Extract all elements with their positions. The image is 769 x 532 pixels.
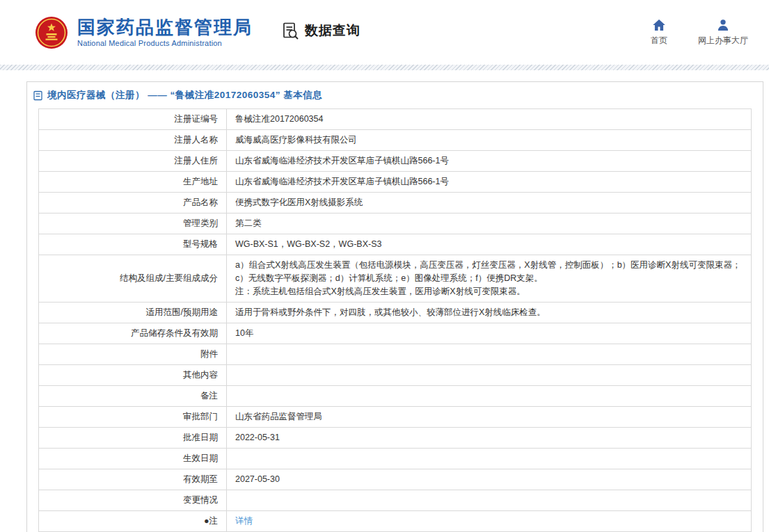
nav-service-hall-label: 网上办事大厅 — [698, 35, 748, 47]
nav-service-hall[interactable]: 网上办事大厅 — [698, 18, 748, 47]
row-label: 其他内容 — [39, 365, 227, 386]
row-label: 适用范围/预期用途 — [39, 303, 227, 323]
table-row: 有效期至2027-05-30 — [39, 469, 752, 490]
table-row: 生效日期 — [39, 449, 752, 469]
row-value: 2022-05-31 — [227, 428, 752, 449]
table-row: 结构及组成/主要组成成分a）组合式X射线高压发生装置（包括电源模块，高压变压器，… — [39, 255, 752, 303]
row-label: 管理类别 — [39, 213, 227, 234]
row-value: 详情 — [227, 511, 752, 532]
data-query-section: 数据查询 — [282, 22, 360, 40]
row-label: ●注 — [39, 511, 227, 532]
table-row: 注册人住所山东省威海临港经济技术开发区草庙子镇棋山路566-1号 — [39, 151, 752, 172]
row-value — [227, 365, 752, 386]
row-label: 结构及组成/主要组成成分 — [39, 255, 227, 303]
row-value: 第二类 — [227, 213, 752, 234]
table-row: 备注 — [39, 386, 752, 407]
row-label: 有效期至 — [39, 469, 227, 490]
row-label: 生效日期 — [39, 449, 227, 469]
site-header: 国家药品监督管理局 National Medical Products Admi… — [0, 0, 769, 65]
row-label: 附件 — [39, 344, 227, 365]
content-panel: 境内医疗器械（注册） —— “鲁械注准20172060354” 基本信息 注册证… — [26, 81, 763, 532]
row-value — [227, 490, 752, 511]
row-value — [227, 344, 752, 365]
table-row: 生产地址山东省威海临港经济技术开发区草庙子镇棋山路566-1号 — [39, 172, 752, 193]
row-label: 注册证编号 — [39, 109, 227, 130]
table-row: 审批部门山东省药品监督管理局 — [39, 407, 752, 428]
person-icon — [716, 18, 730, 32]
nav-home-label: 首页 — [651, 35, 667, 47]
row-value: 山东省威海临港经济技术开发区草庙子镇棋山路566-1号 — [227, 151, 752, 172]
org-name-en: National Medical Products Administration — [77, 39, 253, 47]
row-value: 山东省药品监督管理局 — [227, 407, 752, 428]
row-value: 山东省威海临港经济技术开发区草庙子镇棋山路566-1号 — [227, 172, 752, 193]
row-value: 便携式数字化医用X射线摄影系统 — [227, 193, 752, 213]
table-row: 产品名称便携式数字化医用X射线摄影系统 — [39, 193, 752, 213]
org-name-zh: 国家药品监督管理局 — [77, 17, 253, 37]
document-search-icon — [282, 22, 300, 40]
org-names: 国家药品监督管理局 National Medical Products Admi… — [77, 17, 253, 47]
page-title: 境内医疗器械（注册） —— “鲁械注准20172060354” 基本信息 — [47, 89, 322, 102]
row-label: 产品名称 — [39, 193, 227, 213]
row-value — [227, 386, 752, 407]
table-row: 产品储存条件及有效期10年 — [39, 323, 752, 344]
table-row: 注册人名称威海威高医疗影像科技有限公司 — [39, 130, 752, 151]
table-row: 注册证编号鲁械注准20172060354 — [39, 109, 752, 130]
registration-info-table: 注册证编号鲁械注准20172060354注册人名称威海威高医疗影像科技有限公司注… — [38, 108, 752, 532]
row-label: 注册人名称 — [39, 130, 227, 151]
row-label: 审批部门 — [39, 407, 227, 428]
table-row: 其他内容 — [39, 365, 752, 386]
row-value: 2027-05-30 — [227, 469, 752, 490]
page-title-row: 境内医疗器械（注册） —— “鲁械注准20172060354” 基本信息 — [27, 82, 763, 108]
row-value: 10年 — [227, 323, 752, 344]
national-emblem-logo — [35, 16, 68, 49]
row-label: 变更情况 — [39, 490, 227, 511]
row-value: 鲁械注准20172060354 — [227, 109, 752, 130]
home-icon — [652, 18, 666, 32]
document-icon — [33, 90, 43, 101]
row-label: 批准日期 — [39, 428, 227, 449]
row-label: 生产地址 — [39, 172, 227, 193]
table-row: 批准日期2022-05-31 — [39, 428, 752, 449]
row-label: 注册人住所 — [39, 151, 227, 172]
table-row: 变更情况 — [39, 490, 752, 511]
header-divider-hatch — [0, 65, 769, 70]
table-row: ●注详情 — [39, 511, 752, 532]
row-label: 型号规格 — [39, 234, 227, 255]
table-row: 型号规格WG-BX-S1，WG-BX-S2，WG-BX-S3 — [39, 234, 752, 255]
detail-link[interactable]: 详情 — [235, 516, 253, 526]
row-value: 威海威高医疗影像科技有限公司 — [227, 130, 752, 151]
table-row: 管理类别第二类 — [39, 213, 752, 234]
data-query-title: 数据查询 — [305, 22, 360, 40]
nav-home[interactable]: 首页 — [651, 18, 667, 47]
info-table-body: 注册证编号鲁械注准20172060354注册人名称威海威高医疗影像科技有限公司注… — [39, 109, 752, 532]
row-value: 适用于骨科或野外条件下，对四肢，或其他较小、较薄部位进行X射线临床检查。 — [227, 303, 752, 323]
row-value — [227, 449, 752, 469]
row-value: WG-BX-S1，WG-BX-S2，WG-BX-S3 — [227, 234, 752, 255]
table-row: 附件 — [39, 344, 752, 365]
row-label: 备注 — [39, 386, 227, 407]
row-label: 产品储存条件及有效期 — [39, 323, 227, 344]
row-value: a）组合式X射线高压发生装置（包括电源模块，高压变压器，灯丝变压器，X射线管，控… — [227, 255, 752, 303]
logo-block: 国家药品监督管理局 National Medical Products Admi… — [35, 16, 253, 49]
info-table-wrap: 注册证编号鲁械注准20172060354注册人名称威海威高医疗影像科技有限公司注… — [38, 108, 752, 532]
table-row: 适用范围/预期用途适用于骨科或野外条件下，对四肢，或其他较小、较薄部位进行X射线… — [39, 303, 752, 323]
